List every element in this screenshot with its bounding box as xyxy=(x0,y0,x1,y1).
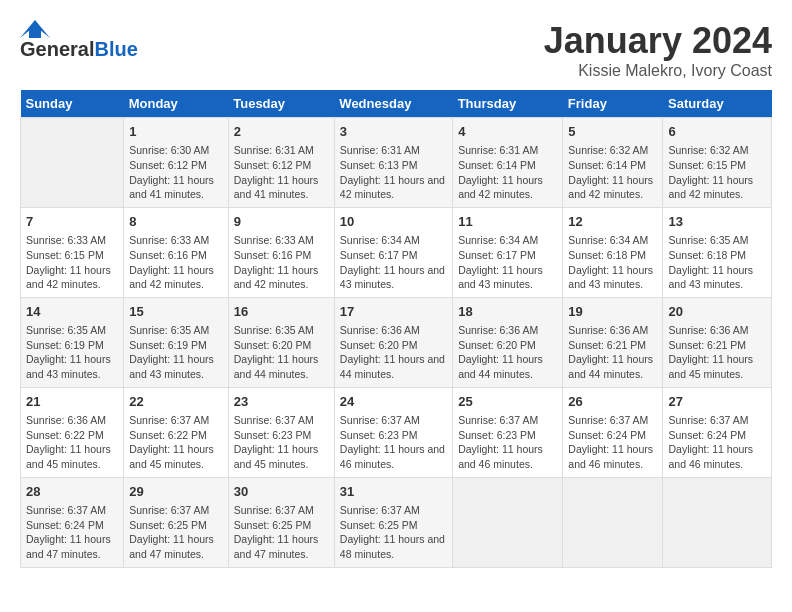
day-info: Sunrise: 6:35 AMSunset: 6:19 PMDaylight:… xyxy=(129,323,223,382)
day-info: Sunrise: 6:32 AMSunset: 6:15 PMDaylight:… xyxy=(668,143,766,202)
day-info: Sunrise: 6:37 AMSunset: 6:23 PMDaylight:… xyxy=(234,413,329,472)
calendar-cell: 30Sunrise: 6:37 AMSunset: 6:25 PMDayligh… xyxy=(228,477,334,567)
day-number: 8 xyxy=(129,213,223,231)
day-info: Sunrise: 6:35 AMSunset: 6:20 PMDaylight:… xyxy=(234,323,329,382)
day-number: 12 xyxy=(568,213,657,231)
title-block: January 2024 Kissie Malekro, Ivory Coast xyxy=(544,20,772,80)
calendar-cell: 7Sunrise: 6:33 AMSunset: 6:15 PMDaylight… xyxy=(21,207,124,297)
calendar-header: Sunday Monday Tuesday Wednesday Thursday… xyxy=(21,90,772,118)
day-number: 27 xyxy=(668,393,766,411)
day-number: 6 xyxy=(668,123,766,141)
calendar-table: Sunday Monday Tuesday Wednesday Thursday… xyxy=(20,90,772,568)
calendar-week-0: 1Sunrise: 6:30 AMSunset: 6:12 PMDaylight… xyxy=(21,118,772,208)
day-number: 31 xyxy=(340,483,447,501)
calendar-cell: 18Sunrise: 6:36 AMSunset: 6:20 PMDayligh… xyxy=(453,297,563,387)
calendar-cell: 27Sunrise: 6:37 AMSunset: 6:24 PMDayligh… xyxy=(663,387,772,477)
calendar-cell: 14Sunrise: 6:35 AMSunset: 6:19 PMDayligh… xyxy=(21,297,124,387)
calendar-cell: 11Sunrise: 6:34 AMSunset: 6:17 PMDayligh… xyxy=(453,207,563,297)
day-number: 20 xyxy=(668,303,766,321)
day-info: Sunrise: 6:37 AMSunset: 6:24 PMDaylight:… xyxy=(568,413,657,472)
day-number: 10 xyxy=(340,213,447,231)
day-info: Sunrise: 6:37 AMSunset: 6:23 PMDaylight:… xyxy=(458,413,557,472)
col-monday: Monday xyxy=(124,90,229,118)
calendar-week-4: 28Sunrise: 6:37 AMSunset: 6:24 PMDayligh… xyxy=(21,477,772,567)
day-number: 18 xyxy=(458,303,557,321)
day-number: 19 xyxy=(568,303,657,321)
calendar-week-2: 14Sunrise: 6:35 AMSunset: 6:19 PMDayligh… xyxy=(21,297,772,387)
day-info: Sunrise: 6:31 AMSunset: 6:13 PMDaylight:… xyxy=(340,143,447,202)
day-number: 17 xyxy=(340,303,447,321)
day-info: Sunrise: 6:36 AMSunset: 6:20 PMDaylight:… xyxy=(340,323,447,382)
day-info: Sunrise: 6:31 AMSunset: 6:12 PMDaylight:… xyxy=(234,143,329,202)
calendar-cell: 6Sunrise: 6:32 AMSunset: 6:15 PMDaylight… xyxy=(663,118,772,208)
calendar-week-1: 7Sunrise: 6:33 AMSunset: 6:15 PMDaylight… xyxy=(21,207,772,297)
day-info: Sunrise: 6:32 AMSunset: 6:14 PMDaylight:… xyxy=(568,143,657,202)
day-number: 24 xyxy=(340,393,447,411)
calendar-cell: 20Sunrise: 6:36 AMSunset: 6:21 PMDayligh… xyxy=(663,297,772,387)
day-number: 7 xyxy=(26,213,118,231)
day-number: 15 xyxy=(129,303,223,321)
calendar-cell: 31Sunrise: 6:37 AMSunset: 6:25 PMDayligh… xyxy=(334,477,452,567)
logo: General Blue xyxy=(20,20,138,61)
calendar-cell: 12Sunrise: 6:34 AMSunset: 6:18 PMDayligh… xyxy=(563,207,663,297)
day-info: Sunrise: 6:33 AMSunset: 6:16 PMDaylight:… xyxy=(234,233,329,292)
day-number: 2 xyxy=(234,123,329,141)
calendar-cell: 9Sunrise: 6:33 AMSunset: 6:16 PMDaylight… xyxy=(228,207,334,297)
calendar-cell: 25Sunrise: 6:37 AMSunset: 6:23 PMDayligh… xyxy=(453,387,563,477)
day-number: 1 xyxy=(129,123,223,141)
calendar-cell: 23Sunrise: 6:37 AMSunset: 6:23 PMDayligh… xyxy=(228,387,334,477)
day-number: 26 xyxy=(568,393,657,411)
day-number: 14 xyxy=(26,303,118,321)
calendar-cell: 28Sunrise: 6:37 AMSunset: 6:24 PMDayligh… xyxy=(21,477,124,567)
day-number: 4 xyxy=(458,123,557,141)
day-info: Sunrise: 6:37 AMSunset: 6:25 PMDaylight:… xyxy=(129,503,223,562)
day-number: 28 xyxy=(26,483,118,501)
logo-blue: Blue xyxy=(94,38,137,61)
svg-marker-0 xyxy=(20,20,50,38)
calendar-cell: 8Sunrise: 6:33 AMSunset: 6:16 PMDaylight… xyxy=(124,207,229,297)
day-number: 13 xyxy=(668,213,766,231)
day-info: Sunrise: 6:37 AMSunset: 6:24 PMDaylight:… xyxy=(26,503,118,562)
logo-general: General xyxy=(20,38,94,61)
day-number: 23 xyxy=(234,393,329,411)
calendar-cell: 10Sunrise: 6:34 AMSunset: 6:17 PMDayligh… xyxy=(334,207,452,297)
calendar-subtitle: Kissie Malekro, Ivory Coast xyxy=(544,62,772,80)
col-thursday: Thursday xyxy=(453,90,563,118)
calendar-cell: 5Sunrise: 6:32 AMSunset: 6:14 PMDaylight… xyxy=(563,118,663,208)
day-number: 30 xyxy=(234,483,329,501)
day-info: Sunrise: 6:37 AMSunset: 6:24 PMDaylight:… xyxy=(668,413,766,472)
day-info: Sunrise: 6:37 AMSunset: 6:23 PMDaylight:… xyxy=(340,413,447,472)
calendar-cell: 22Sunrise: 6:37 AMSunset: 6:22 PMDayligh… xyxy=(124,387,229,477)
col-wednesday: Wednesday xyxy=(334,90,452,118)
calendar-body: 1Sunrise: 6:30 AMSunset: 6:12 PMDaylight… xyxy=(21,118,772,568)
day-number: 29 xyxy=(129,483,223,501)
calendar-cell: 1Sunrise: 6:30 AMSunset: 6:12 PMDaylight… xyxy=(124,118,229,208)
calendar-cell xyxy=(663,477,772,567)
day-info: Sunrise: 6:34 AMSunset: 6:17 PMDaylight:… xyxy=(458,233,557,292)
calendar-cell: 24Sunrise: 6:37 AMSunset: 6:23 PMDayligh… xyxy=(334,387,452,477)
day-info: Sunrise: 6:33 AMSunset: 6:15 PMDaylight:… xyxy=(26,233,118,292)
day-number: 5 xyxy=(568,123,657,141)
day-number: 22 xyxy=(129,393,223,411)
col-saturday: Saturday xyxy=(663,90,772,118)
calendar-cell: 26Sunrise: 6:37 AMSunset: 6:24 PMDayligh… xyxy=(563,387,663,477)
calendar-cell xyxy=(563,477,663,567)
calendar-cell: 15Sunrise: 6:35 AMSunset: 6:19 PMDayligh… xyxy=(124,297,229,387)
day-info: Sunrise: 6:37 AMSunset: 6:25 PMDaylight:… xyxy=(234,503,329,562)
calendar-cell: 19Sunrise: 6:36 AMSunset: 6:21 PMDayligh… xyxy=(563,297,663,387)
day-info: Sunrise: 6:31 AMSunset: 6:14 PMDaylight:… xyxy=(458,143,557,202)
calendar-cell: 21Sunrise: 6:36 AMSunset: 6:22 PMDayligh… xyxy=(21,387,124,477)
calendar-title: January 2024 xyxy=(544,20,772,62)
day-info: Sunrise: 6:36 AMSunset: 6:22 PMDaylight:… xyxy=(26,413,118,472)
calendar-cell xyxy=(21,118,124,208)
calendar-cell: 4Sunrise: 6:31 AMSunset: 6:14 PMDaylight… xyxy=(453,118,563,208)
day-number: 9 xyxy=(234,213,329,231)
calendar-cell: 17Sunrise: 6:36 AMSunset: 6:20 PMDayligh… xyxy=(334,297,452,387)
calendar-cell: 13Sunrise: 6:35 AMSunset: 6:18 PMDayligh… xyxy=(663,207,772,297)
calendar-cell: 2Sunrise: 6:31 AMSunset: 6:12 PMDaylight… xyxy=(228,118,334,208)
day-info: Sunrise: 6:36 AMSunset: 6:21 PMDaylight:… xyxy=(668,323,766,382)
day-info: Sunrise: 6:30 AMSunset: 6:12 PMDaylight:… xyxy=(129,143,223,202)
day-info: Sunrise: 6:34 AMSunset: 6:18 PMDaylight:… xyxy=(568,233,657,292)
day-info: Sunrise: 6:34 AMSunset: 6:17 PMDaylight:… xyxy=(340,233,447,292)
day-info: Sunrise: 6:35 AMSunset: 6:18 PMDaylight:… xyxy=(668,233,766,292)
